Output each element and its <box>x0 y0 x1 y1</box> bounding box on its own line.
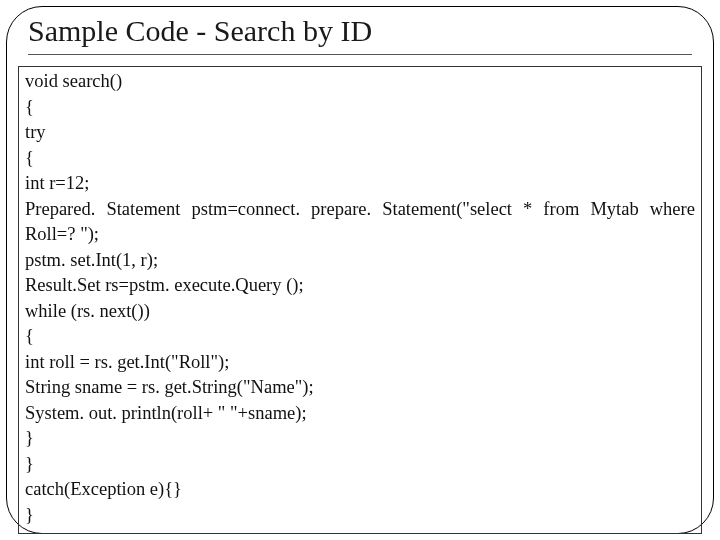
code-line: } <box>25 426 695 452</box>
code-line: String sname = rs. get.String("Name"); <box>25 375 695 401</box>
code-container: void search() { try { int r=12; Prepared… <box>18 66 702 534</box>
code-word: Statement <box>106 197 180 223</box>
code-line-justified: Prepared. Statement pstm=connect. prepar… <box>25 197 695 223</box>
code-line: Result.Set rs=pstm. execute.Query (); <box>25 273 695 299</box>
code-line: pstm. set.Int(1, r); <box>25 248 695 274</box>
code-word: pstm=connect. <box>191 197 300 223</box>
code-line: int roll = rs. get.Int("Roll"); <box>25 350 695 376</box>
code-line: } <box>25 452 695 478</box>
code-word: * <box>523 197 532 223</box>
code-line: { <box>25 146 695 172</box>
code-word: Prepared. <box>25 197 95 223</box>
code-line: while (rs. next()) <box>25 299 695 325</box>
code-word: where <box>650 197 695 223</box>
code-word: from <box>543 197 579 223</box>
code-line: { <box>25 95 695 121</box>
code-word: prepare. <box>311 197 371 223</box>
code-line: Roll=? "); <box>25 222 695 248</box>
code-line: try <box>25 120 695 146</box>
code-word: Statement("select <box>382 197 512 223</box>
code-line: System. out. println(roll+ " "+sname); <box>25 401 695 427</box>
code-line: } <box>25 503 695 529</box>
slide-title: Sample Code - Search by ID <box>28 14 692 55</box>
code-line: int r=12; <box>25 171 695 197</box>
code-line: catch(Exception e){} <box>25 477 695 503</box>
code-line: { <box>25 324 695 350</box>
code-line: void search() <box>25 69 695 95</box>
code-word: Mytab <box>590 197 638 223</box>
